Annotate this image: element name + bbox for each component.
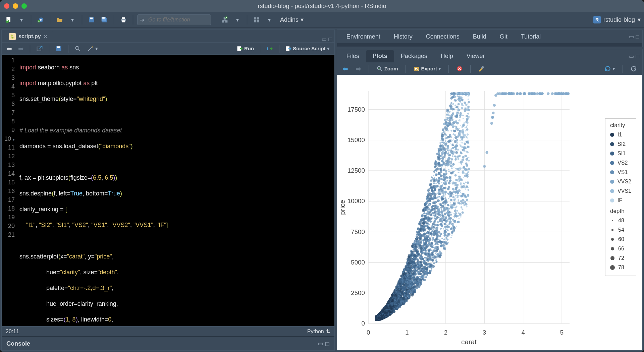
svg-point-4896 bbox=[464, 127, 466, 128]
zoom-button[interactable]: Zoom bbox=[374, 64, 400, 73]
tab-packages[interactable]: Packages bbox=[394, 50, 434, 62]
minimize-pane-icon[interactable]: ▭ bbox=[629, 34, 634, 40]
addins-menu[interactable]: Addins ▾ bbox=[280, 16, 304, 23]
tab-connections[interactable]: Connections bbox=[419, 31, 466, 43]
source-script-button[interactable]: Source Script ▾ bbox=[283, 45, 332, 53]
svg-point-3954 bbox=[433, 229, 434, 230]
svg-point-4472 bbox=[452, 121, 454, 123]
save-button[interactable] bbox=[86, 15, 97, 25]
plot-prev-button[interactable]: ⬅ bbox=[340, 64, 350, 74]
svg-point-767 bbox=[454, 182, 457, 184]
magic-wand-button[interactable]: ▾ bbox=[85, 44, 100, 53]
tab-git[interactable]: Git bbox=[493, 31, 514, 43]
svg-point-4166 bbox=[438, 203, 440, 204]
minimize-pane-icon[interactable]: ▭ bbox=[318, 340, 323, 347]
vcs-button[interactable] bbox=[219, 15, 230, 25]
close-tab-icon[interactable]: ✕ bbox=[44, 34, 48, 39]
tab-viewer[interactable]: Viewer bbox=[460, 50, 492, 62]
console-bar[interactable]: Console ▭ ◻ bbox=[2, 336, 334, 350]
maximize-pane-icon[interactable]: ◻ bbox=[328, 36, 332, 42]
project-selector[interactable]: R rstudio-blog ▾ bbox=[593, 16, 641, 23]
svg-point-3703 bbox=[437, 197, 438, 198]
svg-point-4855 bbox=[385, 316, 387, 317]
minimize-window-button[interactable] bbox=[13, 3, 18, 9]
tab-environment[interactable]: Environment bbox=[340, 31, 387, 43]
run-button[interactable]: Run bbox=[235, 45, 256, 53]
grid-button[interactable] bbox=[251, 15, 262, 25]
svg-point-4671 bbox=[433, 199, 434, 200]
zoom-window-button[interactable] bbox=[21, 3, 27, 9]
tab-files[interactable]: Files bbox=[340, 50, 366, 62]
open-file-button[interactable] bbox=[54, 15, 65, 25]
svg-point-5053 bbox=[431, 176, 432, 178]
refresh-button[interactable] bbox=[628, 64, 639, 73]
maximize-pane-icon[interactable]: ◻ bbox=[635, 53, 640, 59]
svg-point-4659 bbox=[429, 220, 430, 222]
svg-point-941 bbox=[467, 181, 469, 184]
svg-point-1131 bbox=[450, 161, 452, 163]
svg-point-1521 bbox=[461, 215, 462, 216]
language-mode[interactable]: Python ⇅ bbox=[307, 328, 330, 335]
close-window-button[interactable] bbox=[4, 3, 9, 9]
svg-point-1787 bbox=[483, 165, 486, 168]
export-button[interactable]: Export ▾ bbox=[411, 64, 443, 73]
code-body[interactable]: import seaborn as sns import matplotlib.… bbox=[19, 55, 334, 326]
svg-point-2434 bbox=[460, 182, 462, 183]
svg-point-4632 bbox=[420, 241, 422, 243]
svg-point-3496 bbox=[448, 217, 449, 219]
save-all-button[interactable] bbox=[99, 15, 110, 25]
goto-file-input[interactable] bbox=[137, 14, 211, 25]
svg-point-1870 bbox=[461, 211, 464, 214]
plot-next-button[interactable]: ➡ bbox=[354, 64, 363, 74]
svg-point-870 bbox=[468, 101, 470, 104]
svg-point-3986 bbox=[417, 231, 419, 233]
maximize-pane-icon[interactable]: ◻ bbox=[635, 34, 640, 40]
tab-history[interactable]: History bbox=[387, 31, 419, 43]
svg-point-5038 bbox=[419, 253, 420, 254]
source-tab-script[interactable]: 🐍 script.py ✕ bbox=[4, 31, 53, 42]
svg-point-4495 bbox=[446, 153, 448, 154]
new-file-dropdown[interactable]: ▾ bbox=[16, 15, 27, 25]
svg-point-5035 bbox=[457, 221, 460, 223]
tab-plots[interactable]: Plots bbox=[366, 50, 394, 62]
svg-point-4933 bbox=[446, 204, 449, 206]
svg-point-3334 bbox=[460, 216, 461, 218]
svg-point-4594 bbox=[449, 196, 450, 198]
code-editor[interactable]: 12345678910 ▾1112131415161718192021 impo… bbox=[2, 55, 334, 326]
svg-point-4301 bbox=[442, 184, 443, 185]
svg-point-4072 bbox=[426, 200, 429, 202]
new-project-button[interactable]: R bbox=[35, 15, 46, 25]
new-file-button[interactable] bbox=[3, 15, 14, 25]
tab-build[interactable]: Build bbox=[466, 31, 493, 43]
svg-point-5028 bbox=[467, 93, 469, 95]
minimize-pane-icon[interactable]: ▭ bbox=[629, 53, 634, 59]
svg-point-4069 bbox=[426, 221, 427, 222]
svg-point-4604 bbox=[405, 297, 406, 299]
tab-help[interactable]: Help bbox=[434, 50, 460, 62]
find-button[interactable] bbox=[72, 44, 83, 53]
remove-plot-button[interactable] bbox=[454, 64, 465, 73]
refresh-cache-button[interactable]: ▾ bbox=[602, 64, 617, 73]
svg-point-4887 bbox=[442, 146, 444, 148]
show-in-new-window-button[interactable] bbox=[34, 44, 45, 53]
svg-point-4531 bbox=[455, 179, 458, 181]
maximize-pane-icon[interactable]: ◻ bbox=[325, 340, 330, 347]
nav-back-button[interactable]: ⬅ bbox=[4, 44, 14, 54]
svg-point-1637 bbox=[427, 225, 428, 226]
svg-point-4766 bbox=[417, 273, 419, 275]
vcs-dropdown[interactable]: ▾ bbox=[232, 15, 243, 25]
nav-fwd-button[interactable]: ➡ bbox=[16, 44, 26, 54]
svg-point-1408 bbox=[440, 229, 441, 230]
svg-point-5109 bbox=[406, 279, 408, 280]
open-file-dropdown[interactable]: ▾ bbox=[67, 15, 78, 25]
svg-point-4058 bbox=[445, 123, 446, 125]
minimize-pane-icon[interactable]: ▭ bbox=[322, 36, 327, 42]
clear-all-button[interactable] bbox=[476, 64, 487, 73]
tab-tutorial[interactable]: Tutorial bbox=[514, 31, 547, 43]
rerun-button[interactable] bbox=[264, 45, 275, 53]
print-button[interactable] bbox=[118, 15, 129, 25]
save-source-button[interactable] bbox=[53, 44, 64, 53]
svg-rect-11 bbox=[122, 17, 125, 19]
grid-dropdown[interactable]: ▾ bbox=[264, 15, 275, 25]
svg-point-5088 bbox=[385, 310, 387, 312]
